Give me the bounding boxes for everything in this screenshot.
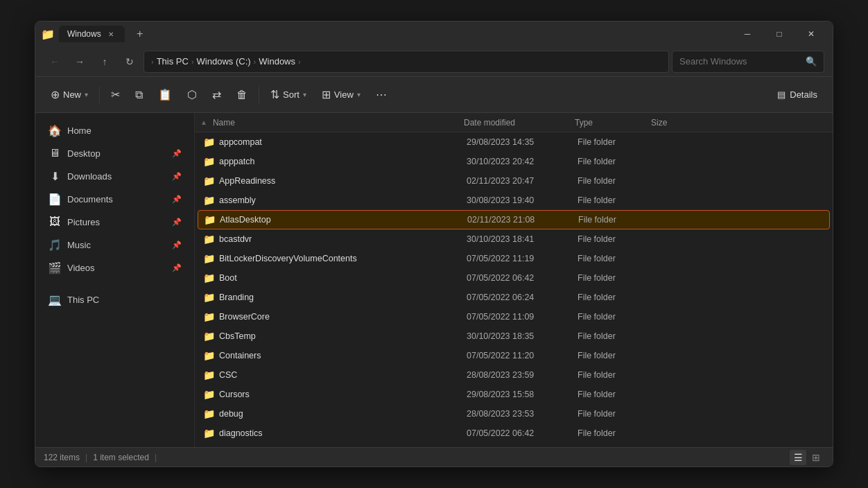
- thispc-icon: 💻: [48, 293, 62, 306]
- toolbar: ⊕ New ▾ ✂ ⧉ 📋 ⬡ ⇄ 🗑 ⇅ Sort ▾ ⊞: [35, 77, 833, 113]
- forward-button[interactable]: →: [69, 51, 91, 73]
- table-row[interactable]: 📁 Boot 07/05/2022 06:42 File folder: [198, 268, 830, 288]
- sidebar-item-pictures[interactable]: 🖼 Pictures 📌: [40, 211, 190, 233]
- folder-icon: 📁: [41, 28, 53, 40]
- copy-button[interactable]: ⧉: [128, 82, 150, 108]
- breadcrumb-thispc[interactable]: This PC: [157, 56, 189, 67]
- sidebar-item-desktop[interactable]: 🖥 Desktop 📌: [40, 142, 190, 164]
- new-chevron-icon: ▾: [85, 91, 88, 98]
- sidebar-item-documents[interactable]: 📄 Documents 📌: [40, 188, 190, 210]
- sort-label: Sort: [283, 89, 300, 100]
- table-row[interactable]: 📁 CSC 28/08/2023 23:59 File folder: [198, 365, 830, 385]
- table-row[interactable]: 📁 Containers 07/05/2022 11:20 File folde…: [198, 346, 830, 365]
- file-name: Branding: [219, 293, 254, 302]
- file-name-cell: 📁 BitLockerDiscoveryVolumeContents: [198, 253, 461, 264]
- file-name: CSC: [219, 370, 237, 380]
- breadcrumb-windows[interactable]: Windows: [259, 56, 295, 67]
- file-date-cell: 28/08/2023 23:53: [461, 409, 572, 419]
- close-button[interactable]: ✕: [795, 23, 827, 45]
- home-icon: 🏠: [48, 124, 62, 137]
- breadcrumb-sep1: ›: [191, 58, 194, 66]
- music-icon: 🎵: [48, 238, 62, 252]
- folder-icon: 📁: [203, 175, 215, 186]
- table-row[interactable]: 📁 assembly 30/08/2023 19:40 File folder: [198, 191, 830, 210]
- folder-icon: 📁: [203, 350, 215, 361]
- sort-button[interactable]: ⇅ Sort ▾: [263, 82, 313, 108]
- file-name-cell: 📁 assembly: [198, 195, 461, 206]
- search-bar[interactable]: 🔍: [672, 51, 824, 73]
- folder-icon: 📁: [203, 234, 215, 245]
- file-type-cell: File folder: [572, 312, 648, 322]
- table-row[interactable]: 📁 BitLockerDiscoveryVolumeContents 07/05…: [198, 249, 830, 268]
- table-row[interactable]: 📁 AppReadiness 02/11/2023 20:47 File fol…: [198, 171, 830, 191]
- table-row[interactable]: 📁 Branding 07/05/2022 06:24 File folder: [198, 288, 830, 307]
- file-explorer-window: 📁 Windows ✕ + ─ □ ✕ ← → ↑ ↻ › This PC › …: [35, 21, 833, 467]
- col-header-name[interactable]: ▲ Name: [195, 118, 458, 128]
- move-button[interactable]: ⇄: [205, 82, 228, 108]
- table-row[interactable]: 📁 CbsTemp 30/10/2023 18:35 File folder: [198, 326, 830, 346]
- cut-button[interactable]: ✂: [104, 82, 127, 108]
- file-type-cell: File folder: [572, 293, 648, 302]
- file-type-cell: File folder: [572, 273, 648, 283]
- grid-view-button[interactable]: ⊞: [808, 450, 824, 465]
- sidebar-item-downloads[interactable]: ⬇ Downloads 📌: [40, 165, 190, 187]
- refresh-button[interactable]: ↻: [119, 51, 141, 73]
- breadcrumb[interactable]: › This PC › Windows (C:) › Windows ›: [144, 51, 669, 73]
- sidebar-item-thispc[interactable]: 💻 This PC: [40, 288, 190, 311]
- table-row[interactable]: 📁 bcastdvr 30/10/2023 18:41 File folder: [198, 229, 830, 249]
- tab-windows[interactable]: Windows ✕: [59, 26, 125, 42]
- sidebar-item-videos[interactable]: 🎬 Videos 📌: [40, 256, 190, 279]
- file-name: bcastdvr: [219, 234, 252, 244]
- sidebar-item-music[interactable]: 🎵 Music 📌: [40, 234, 190, 256]
- minimize-button[interactable]: ─: [731, 23, 763, 45]
- tab-label: Windows: [67, 29, 101, 39]
- details-button[interactable]: ▤ Details: [770, 82, 824, 108]
- col-header-size[interactable]: Size: [645, 118, 708, 128]
- back-button[interactable]: ←: [44, 51, 66, 73]
- new-button[interactable]: ⊕ New ▾: [44, 82, 95, 108]
- sort-icon: ⇅: [270, 88, 279, 101]
- maximize-button[interactable]: □: [763, 23, 795, 45]
- paste-button[interactable]: 📋: [151, 82, 179, 108]
- file-date-cell: 29/08/2023 15:58: [461, 390, 572, 399]
- table-row[interactable]: 📁 apppatch 30/10/2023 20:42 File folder: [198, 152, 830, 171]
- item-count: 122 items: [44, 453, 80, 462]
- more-button[interactable]: ⋯: [369, 82, 394, 108]
- col-header-date[interactable]: Date modified: [458, 118, 569, 128]
- sidebar-item-home[interactable]: 🏠 Home: [40, 119, 190, 141]
- breadcrumb-cdrive[interactable]: Windows (C:): [197, 56, 251, 67]
- tab-close-button[interactable]: ✕: [105, 28, 116, 40]
- list-view-button[interactable]: ☰: [790, 450, 806, 465]
- column-headers: ▲ Name Date modified Type Size: [195, 113, 833, 132]
- file-name-cell: 📁 apppatch: [198, 156, 461, 167]
- file-date-cell: 07/05/2022 11:19: [461, 254, 572, 263]
- file-name-cell: 📁 Branding: [198, 292, 461, 303]
- file-type-cell: File folder: [572, 176, 648, 186]
- table-row[interactable]: 📁 AtlasDesktop 02/11/2023 21:08 File fol…: [198, 210, 830, 229]
- delete-button[interactable]: 🗑: [229, 82, 254, 108]
- file-date-cell: 30/10/2023 18:41: [461, 234, 572, 244]
- folder-icon: 📁: [203, 369, 215, 381]
- paste-icon: 📋: [158, 88, 172, 101]
- table-row[interactable]: 📁 appcompat 29/08/2023 14:35 File folder: [198, 132, 830, 152]
- file-date-cell: 30/08/2023 19:40: [461, 195, 572, 205]
- search-input[interactable]: [679, 56, 801, 67]
- table-row[interactable]: 📁 BrowserCore 07/05/2022 11:09 File fold…: [198, 307, 830, 326]
- file-name: BitLockerDiscoveryVolumeContents: [219, 254, 357, 263]
- file-date-cell: 30/10/2023 18:35: [461, 331, 572, 341]
- view-button[interactable]: ⊞ View ▾: [315, 82, 367, 108]
- col-size-label: Size: [651, 118, 667, 128]
- up-button[interactable]: ↑: [94, 51, 116, 73]
- delete-icon: 🗑: [236, 89, 248, 101]
- table-row[interactable]: 📁 diagnostics 07/05/2022 06:42 File fold…: [198, 424, 830, 443]
- file-name: apppatch: [219, 157, 254, 166]
- new-tab-button[interactable]: +: [130, 24, 150, 44]
- table-row[interactable]: 📁 Cursors 29/08/2023 15:58 File folder: [198, 385, 830, 404]
- folder-icon: 📁: [203, 428, 215, 439]
- share-button[interactable]: ⬡: [180, 82, 204, 108]
- breadcrumb-expand-icon: ›: [151, 58, 154, 66]
- file-date-cell: 07/05/2022 06:42: [461, 273, 572, 283]
- more-icon: ⋯: [376, 88, 387, 101]
- table-row[interactable]: 📁 debug 28/08/2023 23:53 File folder: [198, 404, 830, 424]
- col-header-type[interactable]: Type: [569, 118, 645, 128]
